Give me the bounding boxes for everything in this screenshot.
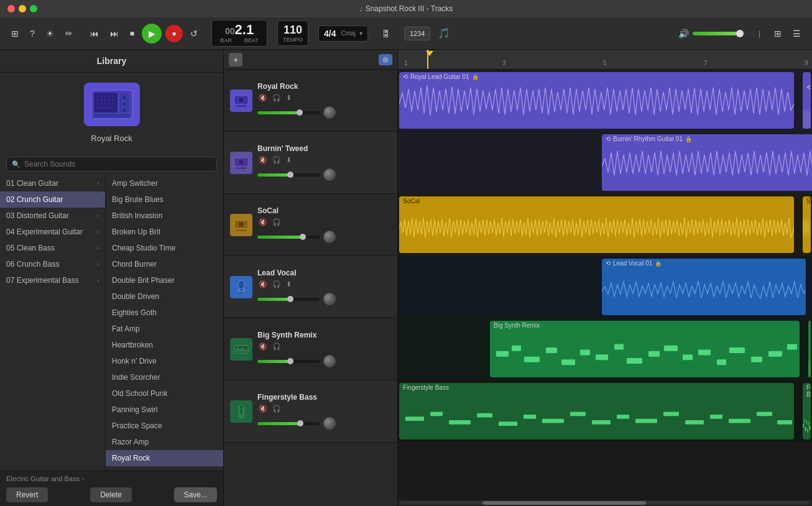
svg-rect-89 [685, 420, 704, 425]
category-04-experimental-guitar[interactable]: 04 Experimental Guitar › [0, 224, 105, 240]
track-vol-burnin-tweed[interactable] [257, 173, 320, 177]
tuner-button[interactable]: 🎛 [378, 26, 394, 41]
preset-broken-up-brit[interactable]: Broken Up Brit [106, 224, 223, 240]
preset-royal-rock[interactable]: Royal Rock [106, 450, 223, 466]
stop-button[interactable]: ■ [126, 27, 138, 40]
clip-fingerstyle-bass-01[interactable]: Fingerstyle Bass [399, 383, 794, 439]
tempo-display[interactable]: 110 TEMPO [277, 21, 308, 46]
clip-burnin-rhythm-guitar-01[interactable]: ⟲ Burnin' Rhythm Guitar 01 🔒 [602, 134, 812, 191]
preset-indie-scorcher[interactable]: Indie Scorcher [106, 369, 223, 385]
category-02-crunch-guitar[interactable]: 02 Crunch Guitar › [0, 191, 105, 208]
category-05-clean-bass[interactable]: 05 Clean Bass › [0, 240, 105, 256]
track-vol-lead-vocal[interactable] [257, 298, 320, 301]
maximize-button[interactable] [30, 5, 37, 12]
track-vol-royal-rock[interactable] [257, 111, 320, 114]
track-arm-royal-rock[interactable]: ⬇ [285, 93, 293, 103]
track-solo-fingerstyle-bass[interactable]: 🎧 [271, 404, 282, 413]
category-01-clean-guitar[interactable]: 01 Clean Guitar › [0, 175, 105, 191]
preset-practice-space[interactable]: Practice Space [106, 418, 223, 434]
display-button[interactable]: ☀ [42, 26, 58, 41]
track-solo-big-synth-remix[interactable]: 🎧 [271, 342, 282, 351]
horizontal-scrollbar[interactable] [398, 500, 812, 506]
track-burnin-tweed: Burnin' Tweed 🔇 🎧 ⬇ [224, 132, 397, 194]
track-pan-royal-rock[interactable] [323, 106, 336, 119]
clip-socal-01[interactable]: SoCal [399, 196, 794, 253]
track-solo-burnin-tweed[interactable]: 🎧 [271, 155, 282, 165]
play-button[interactable]: ▶ [142, 24, 162, 44]
note-btn[interactable]: 🎵 [434, 25, 454, 42]
preset-starlit-cavern[interactable]: Starlit Cavern [106, 466, 223, 471]
smart-controls-toggle[interactable]: ⊛ [379, 54, 392, 65]
category-07-experimental-bass[interactable]: 07 Experimental Bass › [0, 272, 105, 288]
help-button[interactable]: ? [26, 26, 39, 41]
search-input[interactable] [24, 160, 211, 168]
track-vol-fingerstyle-bass[interactable] [257, 422, 320, 425]
preset-fat-amp[interactable]: Fat Amp [106, 321, 223, 337]
preset-honk-n-drive[interactable]: Honk n' Drive [106, 353, 223, 369]
track-vol-big-synth-remix[interactable] [257, 360, 320, 363]
record-button[interactable]: ● [165, 25, 183, 42]
preset-british-invasion[interactable]: British Invasion [106, 208, 223, 224]
svg-point-5 [108, 96, 109, 98]
track-mute-socal[interactable]: 🔇 [257, 218, 269, 227]
preset-big-brute-blues[interactable]: Big Brute Blues [106, 191, 223, 208]
preset-amp-switcher[interactable]: Amp Switcher [106, 175, 223, 191]
smart-btn[interactable]: 1234 [404, 27, 430, 40]
track-mute-big-synth-remix[interactable]: 🔇 [257, 342, 269, 351]
track-mute-burnin-tweed[interactable]: 🔇 [257, 155, 269, 165]
preset-razor-amp[interactable]: Razor Amp [106, 434, 223, 450]
track-pan-burnin-tweed[interactable] [323, 168, 336, 181]
arrangement-tracks[interactable]: ⟲ Royal Lead Guitar 01 🔒 [398, 70, 812, 500]
close-button[interactable] [7, 5, 15, 12]
preset-old-school-punk[interactable]: Old School Punk [106, 385, 223, 402]
master-vol-slider[interactable] [693, 32, 755, 35]
category-06-crunch-bass[interactable]: 06 Crunch Bass › [0, 256, 105, 272]
clip-big-synth-01[interactable]: Big Synth Remix [490, 321, 800, 377]
track-arm-lead-vocal[interactable]: ⬇ [285, 280, 293, 289]
revert-button[interactable]: Revert [6, 487, 48, 502]
track-pan-big-synth-remix[interactable] [323, 355, 336, 367]
scrollbar-h-thumb[interactable] [482, 501, 646, 505]
track-pan-lead-vocal[interactable] [323, 293, 336, 305]
track-pan-socal[interactable] [323, 231, 336, 243]
cycle-button[interactable]: ↺ [187, 26, 201, 41]
track-solo-socal[interactable]: 🎧 [271, 218, 282, 227]
save-button[interactable]: Save... [174, 487, 217, 502]
clip-royal-lead-guitar-01[interactable]: ⟲ Royal Lead Guitar 01 🔒 [399, 72, 794, 129]
track-mute-fingerstyle-bass[interactable]: 🔇 [257, 404, 269, 413]
preset-eighties-goth[interactable]: Eighties Goth [106, 305, 223, 321]
preset-double-driven[interactable]: Double Driven [106, 288, 223, 305]
category-03-distorted-guitar[interactable]: 03 Distorted Guitar › [0, 208, 105, 224]
track-vol-socal[interactable] [257, 236, 320, 239]
track-arm-burnin-tweed[interactable]: ⬇ [285, 155, 293, 165]
preset-chord-burner[interactable]: Chord Burner [106, 256, 223, 272]
browser-button[interactable]: ☰ [789, 26, 805, 41]
pencil-button[interactable]: ✏ [62, 26, 76, 41]
delete-button[interactable]: Delete [90, 487, 132, 502]
timesig-display[interactable]: 4/4 Cmaj ▾ [318, 25, 368, 42]
search-box[interactable]: 🔍 [6, 157, 217, 172]
scrollbar-h-track[interactable] [400, 501, 810, 505]
window-controls[interactable] [7, 5, 37, 12]
library-button[interactable]: ⊞ [7, 26, 22, 41]
clip-lead-vocal-01[interactable]: ⟲ Lead Vocal 01 🔒 [602, 259, 806, 315]
fast-forward-button[interactable]: ⏭ [106, 26, 122, 41]
track-mute-royal-rock[interactable]: 🔇 [257, 93, 269, 103]
add-track-button[interactable]: + [229, 53, 242, 67]
track-fingerstyle-bass: Fingerstyle Bass 🔇 🎧 [224, 380, 397, 443]
rewind-button[interactable]: ⏮ [86, 26, 103, 41]
track-solo-royal-rock[interactable]: 🎧 [271, 93, 282, 103]
minimize-button[interactable] [19, 5, 26, 12]
track-solo-lead-vocal[interactable]: 🎧 [271, 280, 282, 289]
track-pan-fingerstyle-bass[interactable] [323, 417, 336, 430]
preset-heartbroken[interactable]: Heartbroken [106, 337, 223, 353]
preset-cheap-studio-time[interactable]: Cheap Studio Time [106, 240, 223, 256]
preset-double-brit-phaser[interactable]: Double Brit Phaser [106, 272, 223, 288]
clip-big-synth-02[interactable]: Big Synth Remix [808, 321, 811, 377]
clip-fingerstyle-bass-02[interactable]: Fingerstyle Bass [803, 383, 811, 439]
clip-socal-02[interactable]: SoCal [803, 196, 811, 253]
preset-panning-swirl[interactable]: Panning Swirl [106, 402, 223, 418]
clip-royal-lead-guitar-02[interactable]: ⟲ Royal Lead Guitar 02 🔒 [803, 72, 811, 129]
mixer-button[interactable]: ⊞ [770, 26, 785, 41]
track-mute-lead-vocal[interactable]: 🔇 [257, 280, 269, 289]
